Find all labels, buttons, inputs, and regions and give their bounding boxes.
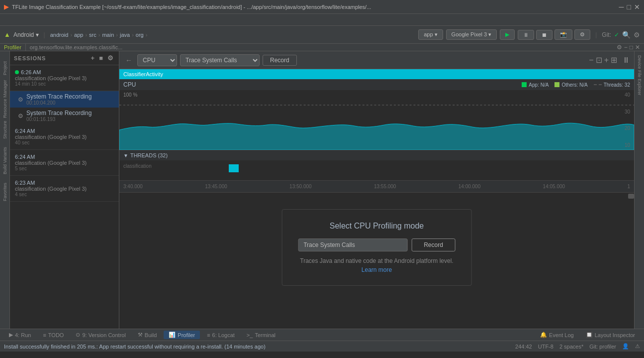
cpu-svg <box>119 90 634 150</box>
bc-android[interactable]: android <box>50 32 69 38</box>
cpu-profiling-overlay: Select CPU Profiling mode Trace System C… <box>281 209 472 286</box>
zoom-fit-btn[interactable]: ⊡ <box>596 55 602 65</box>
stop-session-btn[interactable]: ■ <box>98 54 104 62</box>
window-controls: ─ □ ✕ <box>619 3 640 11</box>
run-btn[interactable]: ▶ <box>500 29 515 40</box>
zoom-in-btn[interactable]: + <box>604 56 609 65</box>
bottom-tab-layout-inspector[interactable]: 🔲 Layout Inspector <box>581 331 640 339</box>
todo-icon: ≡ <box>43 332 46 338</box>
status-position: 244:42 <box>515 344 532 350</box>
bc-src[interactable]: src <box>89 32 96 38</box>
session-duration-2: 40 sec <box>15 140 114 145</box>
sub-settings-icon: ⚙ <box>18 96 23 103</box>
build-label: Build <box>145 332 157 338</box>
minimize-panel-icon[interactable]: − <box>624 44 628 51</box>
sub-settings-icon-2: ⚙ <box>18 113 23 119</box>
scrollbar-thumb[interactable] <box>628 194 634 199</box>
toolbar-extra-1[interactable]: ⏸ <box>518 30 534 40</box>
zoom-controls: − ⊡ + ⊞ <box>589 55 617 65</box>
timeline-ruler: 3:40.000 13:45.000 13:50.000 13:55.000 1… <box>119 180 634 192</box>
title-bar: ▶ TFLite Image Classification Example [~… <box>0 0 644 14</box>
breadcrumb: android › app › src › main › java › org … <box>50 32 415 38</box>
app-dropdown-btn[interactable]: app ▾ <box>418 29 443 40</box>
learn-more-link[interactable]: Learn more <box>298 266 456 273</box>
bottom-tab-vcs[interactable]: ⊙ 9: Version Control <box>71 331 130 339</box>
toolbar-extra-4[interactable]: ⚙ <box>574 29 590 40</box>
app-icon: ▶ <box>4 3 9 10</box>
toolbar-extra-3[interactable]: 📸 <box>554 29 572 40</box>
minimize-btn[interactable]: ─ <box>619 3 624 11</box>
bottom-tab-build[interactable]: ⚒ Build <box>133 331 162 339</box>
threads-title: THREADS (32) <box>130 152 168 158</box>
maximize-btn[interactable]: □ <box>627 3 631 11</box>
classifier-activity-bar: ClassifierActivity <box>119 69 634 79</box>
sidebar-project[interactable]: Project <box>0 53 9 83</box>
mode-dropdown[interactable]: Trace System Calls <box>298 239 407 251</box>
activity-label: ClassifierActivity <box>123 71 163 77</box>
session-sub-item-2[interactable]: ⚙ System Trace Recording 00:01:16.193 <box>10 108 119 124</box>
bottom-tab-logcat[interactable]: ≡ 6: Logcat <box>202 331 240 339</box>
session-time-label-3: 6:24 AM <box>15 154 35 160</box>
session-item-3[interactable]: 6:24 AM classification (Google Pixel 3) … <box>10 150 119 176</box>
record-btn[interactable]: Record <box>263 55 297 66</box>
expand-panel-icon[interactable]: □ <box>630 44 633 51</box>
sessions-panel: SESSIONS + ■ ⚙ 6:26 AM classification (G… <box>10 51 119 329</box>
bc-main[interactable]: main <box>102 32 114 38</box>
session-item[interactable]: 6:26 AM classification (Google Pixel 3) … <box>10 65 119 91</box>
add-session-btn[interactable]: + <box>90 54 96 62</box>
close-panel-icon[interactable]: ✕ <box>635 44 640 51</box>
sidebar-build-variants[interactable]: Build Variants <box>0 146 9 176</box>
scrollbar-area[interactable] <box>119 192 634 199</box>
bottom-tab-event-log[interactable]: 🔔 Event Log <box>535 331 579 339</box>
profiler-tab-label: Profiler <box>178 332 195 338</box>
session-item-4[interactable]: 6:23 AM classification (Google Pixel 3) … <box>10 176 119 202</box>
cpu-header: CPU App: N/A Others: N/A Threads: 32 <box>119 79 634 90</box>
terminal-icon: >_ <box>247 332 253 338</box>
device-file-explorer-icon[interactable]: Device File Explorer <box>636 53 643 98</box>
timemark-7: 1 <box>627 184 630 189</box>
threads-header[interactable]: ▼ THREADS (32) <box>119 150 634 160</box>
sidebar-favorites[interactable]: Favorites <box>0 177 9 207</box>
zoom-out-btn[interactable]: − <box>589 56 593 65</box>
back-nav-btn[interactable]: ← <box>123 55 134 65</box>
bottom-tab-todo[interactable]: ≡ TODO <box>38 331 69 339</box>
search-icon[interactable]: 🔍 <box>622 31 631 39</box>
status-warning-icon: ⚠ <box>635 343 640 350</box>
bottom-tab-run[interactable]: ▶ 4: Run <box>4 331 36 339</box>
session-settings-btn[interactable]: ⚙ <box>106 54 115 62</box>
overlay-title: Select CPU Profiling mode <box>298 222 456 231</box>
session-sub-item[interactable]: ⚙ System Trace Recording 00:10:04.200 <box>10 91 119 108</box>
session-name-4: classification (Google Pixel 3) <box>15 186 114 192</box>
session-item-2[interactable]: 6:24 AM classification (Google Pixel 3) … <box>10 124 119 150</box>
settings-gear-icon[interactable]: ⚙ <box>617 44 622 51</box>
android-dropdown[interactable]: Android ▾ <box>13 31 39 38</box>
threads-chevron-icon: ▼ <box>123 153 128 158</box>
trace-select[interactable]: Trace System Calls <box>180 54 260 66</box>
y-label-40: 40 <box>625 92 630 98</box>
sidebar-resource-manager[interactable]: Resource Manager <box>0 84 9 114</box>
legend-threads-label: Threads: 32 <box>604 82 630 88</box>
settings-icon[interactable]: ⚙ <box>634 31 640 39</box>
bottom-tab-terminal[interactable]: >_ Terminal <box>242 331 280 339</box>
device-dropdown-btn[interactable]: Google Pixel 3 ▾ <box>446 29 497 40</box>
bc-org[interactable]: org <box>136 32 144 38</box>
cpu-percent: 100 % <box>123 92 137 98</box>
record-large-btn[interactable]: Record <box>411 239 456 251</box>
sessions-header: SESSIONS + ■ ⚙ <box>10 51 119 65</box>
status-bar: Install successfully finished in 205 ms.… <box>0 341 644 352</box>
vcs-label: 9: Version Control <box>82 332 125 338</box>
sidebar-structure[interactable]: Structure <box>0 115 9 145</box>
cpu-select[interactable]: CPU <box>137 54 177 66</box>
pause-btn[interactable]: ⏸ <box>622 56 630 65</box>
timemark-2: 13:45.000 <box>205 184 227 189</box>
status-indent: 2 spaces* <box>559 344 583 350</box>
bottom-tab-profiler[interactable]: 📊 Profiler <box>164 331 200 339</box>
bc-java[interactable]: java <box>120 32 130 38</box>
sessions-title: SESSIONS <box>14 55 88 61</box>
toolbar-extra-2[interactable]: ⏹ <box>536 30 552 40</box>
zoom-actual-btn[interactable]: ⊞ <box>611 55 617 65</box>
close-btn[interactable]: ✕ <box>634 3 640 11</box>
session-name-3: classification (Google Pixel 3) <box>15 160 114 166</box>
bc-app[interactable]: app <box>74 32 83 38</box>
timemark-4: 13:55.000 <box>374 184 396 189</box>
